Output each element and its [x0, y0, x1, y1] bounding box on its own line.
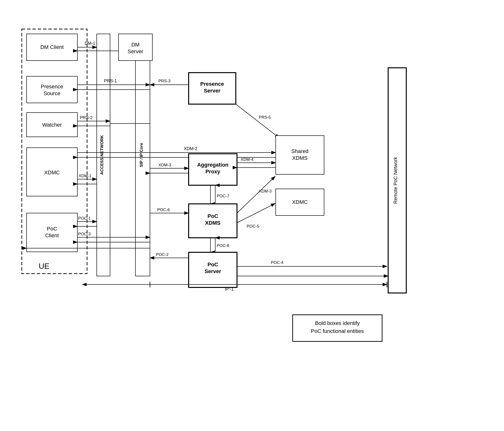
svg-text:PoC functional entities: PoC functional entities — [311, 328, 364, 334]
svg-text:Presence: Presence — [200, 81, 224, 87]
svg-text:POC-5: POC-5 — [247, 224, 259, 229]
svg-rect-107 — [189, 204, 237, 238]
svg-text:XDM-1: XDM-1 — [79, 174, 91, 178]
svg-rect-95 — [189, 154, 237, 185]
svg-text:Source: Source — [44, 90, 61, 96]
svg-text:Presence: Presence — [41, 84, 63, 90]
svg-text:PRS-1: PRS-1 — [104, 78, 117, 83]
svg-rect-137 — [293, 315, 382, 341]
svg-text:PoC: PoC — [47, 226, 57, 232]
svg-text:Server: Server — [204, 88, 221, 94]
svg-text:XDMC: XDMC — [292, 199, 308, 205]
svg-text:DM-1: DM-1 — [85, 41, 95, 46]
svg-text:UE: UE — [39, 262, 49, 271]
svg-text:POC-2: POC-2 — [156, 252, 169, 257]
svg-text:Proxy: Proxy — [205, 169, 220, 175]
svg-text:Remote PoC Network: Remote PoC Network — [393, 157, 398, 204]
svg-text:SIP / IP Core: SIP / IP Core — [139, 143, 144, 167]
svg-text:Server: Server — [205, 268, 221, 274]
svg-rect-44 — [97, 34, 110, 276]
svg-rect-79 — [27, 213, 77, 252]
svg-text:XDMC: XDMC — [44, 169, 60, 176]
svg-text:XDMS: XDMS — [292, 155, 308, 161]
svg-text:POC-1: POC-1 — [78, 216, 91, 221]
svg-text:Server: Server — [128, 48, 144, 55]
svg-text:XDM-4: XDM-4 — [241, 157, 253, 162]
svg-text:Client: Client — [45, 233, 59, 238]
svg-rect-121 — [189, 252, 237, 287]
svg-text:POC-8: POC-8 — [217, 243, 229, 248]
svg-text:Shared: Shared — [291, 148, 309, 154]
svg-text:PRS-5: PRS-5 — [259, 115, 271, 120]
svg-text:PRS-2: PRS-2 — [80, 115, 93, 120]
svg-text:ACCESS NETWORK: ACCESS NETWORK — [100, 135, 104, 175]
svg-text:POC-7: POC-7 — [217, 194, 229, 198]
svg-rect-62 — [27, 112, 77, 137]
svg-text:DM: DM — [131, 42, 140, 48]
svg-rect-133 — [388, 68, 406, 293]
svg-text:XDM-3: XDM-3 — [158, 163, 171, 167]
svg-rect-48 — [27, 34, 77, 61]
svg-text:IP-1: IP-1 — [225, 286, 234, 291]
main-svg: ACCESS NETWORK SIP / IP Core DM Client D… — [15, 19, 488, 412]
svg-text:XDMS: XDMS — [205, 220, 221, 226]
svg-line-112 — [237, 176, 275, 213]
svg-line-93 — [236, 104, 279, 138]
svg-text:DM Client: DM Client — [40, 44, 64, 50]
svg-text:Aggregation: Aggregation — [197, 162, 229, 168]
svg-text:Bold boxes identify: Bold boxes identify — [315, 320, 360, 326]
svg-text:XDM-2: XDM-2 — [184, 146, 197, 151]
svg-text:XDM-3: XDM-3 — [259, 189, 272, 194]
svg-rect-68 — [27, 148, 77, 196]
svg-text:PoC: PoC — [207, 262, 218, 268]
svg-text:POC-6: POC-6 — [157, 207, 170, 212]
svg-text:POC-4: POC-4 — [271, 260, 283, 265]
svg-line-114 — [237, 203, 275, 223]
svg-text:POC-3: POC-3 — [78, 232, 91, 236]
svg-rect-101 — [276, 136, 324, 174]
svg-text:PoC: PoC — [207, 213, 218, 219]
svg-text:PRS-3: PRS-3 — [158, 79, 171, 83]
svg-rect-43 — [22, 29, 87, 274]
svg-rect-116 — [276, 189, 324, 216]
svg-rect-46 — [135, 34, 150, 276]
svg-text:Watcher: Watcher — [42, 122, 62, 128]
svg-rect-50 — [118, 34, 152, 61]
svg-rect-56 — [27, 76, 77, 103]
svg-rect-88 — [189, 73, 236, 104]
